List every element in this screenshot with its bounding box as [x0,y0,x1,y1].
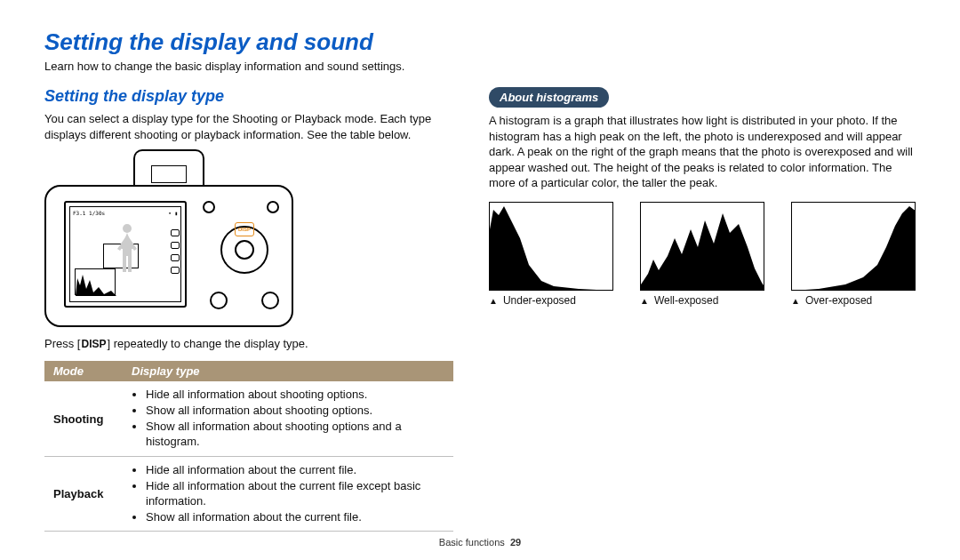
camera-dpad-center [235,240,254,260]
footer-page-number: 29 [510,537,521,548]
histogram-well-exposed [640,202,764,291]
caption-over-exposed: Over-exposed [791,294,916,307]
camera-button-bottom-2 [261,292,279,309]
table-row: Playback Hide all information about the … [44,456,453,532]
page-footer: Basic functions 29 [0,537,960,548]
left-column: Setting the display type You can select … [44,87,453,532]
footer-section: Basic functions [439,537,505,548]
svg-marker-3 [641,213,764,291]
screen-readout-right: • ▮ [168,210,178,216]
screen-readout-left: F3.1 1/30s [73,210,105,216]
display-type-para: You can select a display type for the Sh… [44,111,453,142]
screen-icon-3 [171,254,180,261]
camera-illustration: F3.1 1/30s • ▮ [44,149,302,327]
list-item: Hide all information about the current f… [146,479,444,509]
camera-button-bottom-1 [210,292,228,309]
svg-marker-1 [76,275,116,296]
intro-text: Learn how to change the basic display in… [44,60,916,73]
table-header-mode: Mode [44,361,123,381]
screen-icon-2 [171,242,180,249]
caption-well-exposed: Well-exposed [640,294,764,307]
about-histograms-para: A histogram is a graph that illustrates … [489,113,916,191]
camera-button-small-1 [203,201,215,213]
person-silhouette-icon [114,222,140,276]
display-type-table: Mode Display type Shooting Hide all info… [44,361,453,532]
mini-histogram-icon [75,268,116,295]
camera-button-small-2 [267,201,279,213]
list-item: Hide all information about the current f… [146,463,444,478]
about-histograms-pill: About histograms [489,87,609,108]
histogram-under-exposed [489,202,613,291]
screen-icon-4 [171,267,180,274]
screen-icon-1 [171,229,180,236]
subheading-display-type: Setting the display type [44,87,453,106]
mode-playback: Playback [44,456,123,532]
histogram-over-exposed [791,202,916,291]
table-row: Shooting Hide all information about shoo… [44,381,453,456]
list-item: Show all information about shooting opti… [146,420,444,450]
svg-marker-4 [792,206,916,291]
list-item: Show all information about the current f… [146,510,444,525]
svg-marker-2 [490,206,613,291]
disp-key-label: DISP [80,336,107,352]
page-title: Setting the display and sound [44,28,916,56]
list-item: Hide all information about shooting opti… [146,388,444,403]
right-column: About histograms A histogram is a graph … [489,87,916,532]
svg-point-0 [123,224,132,233]
list-item: Show all information about shooting opti… [146,404,444,419]
disp-button-highlight: DISP [235,222,254,236]
caption-under-exposed: Under-exposed [489,294,613,307]
table-header-display-type: Display type [123,361,453,381]
mode-shooting: Shooting [44,381,123,456]
press-disp-instruction: Press [DISP] repeatedly to change the di… [44,336,453,352]
